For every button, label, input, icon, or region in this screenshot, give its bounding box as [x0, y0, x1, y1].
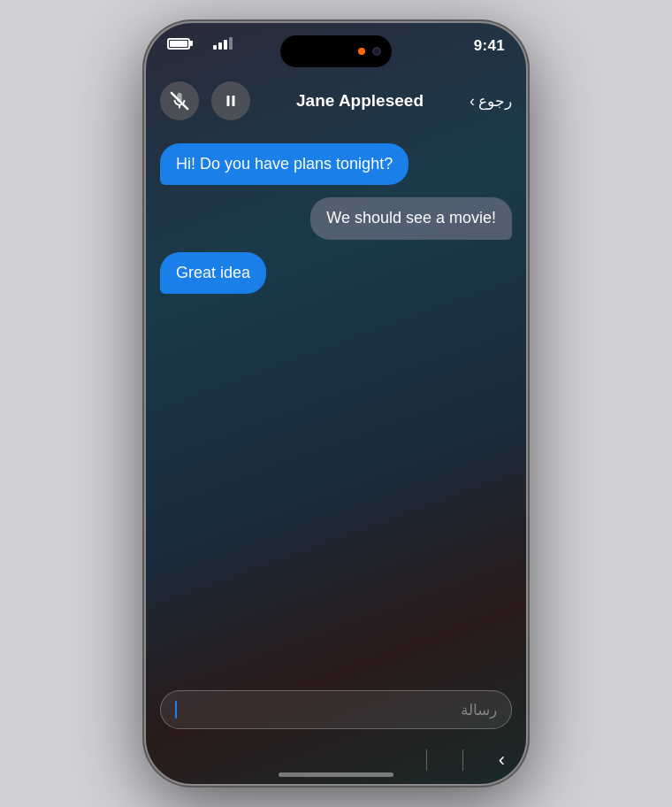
message-bubble-3: Great idea: [160, 252, 266, 294]
mute-button[interactable]: [160, 81, 199, 120]
status-left-icons: ▿📶: [167, 37, 233, 50]
dynamic-island: [280, 35, 392, 67]
pause-button[interactable]: [211, 81, 250, 120]
message-bubble-1: Hi! Do you have plans tonight?: [160, 143, 409, 185]
svg-rect-2: [233, 96, 235, 106]
phone-screen: ▿📶 9:41: [146, 23, 526, 784]
battery-icon: [167, 38, 190, 50]
camera-sensor: [372, 47, 381, 56]
back-text: رجوع: [478, 92, 512, 111]
divider-1: [426, 749, 427, 771]
divider-2: [462, 749, 463, 771]
messages-area: Hi! Do you have plans tonight? We should…: [146, 126, 526, 680]
contact-name[interactable]: Jane Appleseed: [263, 91, 457, 111]
call-header: Jane Appleseed رجوع ›: [146, 76, 526, 126]
message-bubble-2: We should see a movie!: [310, 197, 512, 239]
input-area: رسالة: [146, 680, 526, 743]
bottom-bar: ‹: [146, 743, 526, 784]
message-input-row: رسالة: [160, 690, 512, 729]
back-navigation[interactable]: رجوع ›: [470, 92, 512, 111]
home-indicator[interactable]: [279, 772, 393, 777]
message-placeholder: رسالة: [461, 701, 497, 719]
message-text-1: Hi! Do you have plans tonight?: [176, 155, 393, 173]
svg-rect-1: [227, 96, 230, 106]
back-chevron-icon[interactable]: ‹: [499, 749, 505, 772]
message-text-2: We should see a movie!: [326, 209, 496, 227]
chevron-right-icon: ›: [470, 92, 475, 111]
message-text-3: Great idea: [176, 264, 250, 281]
message-input-field[interactable]: رسالة: [160, 690, 512, 729]
status-time: 9:41: [474, 37, 505, 55]
mic-active-indicator: [358, 48, 365, 55]
phone-frame: ▿📶 9:41: [146, 23, 526, 784]
text-cursor: [175, 701, 177, 719]
signal-bars-icon: [213, 37, 233, 50]
